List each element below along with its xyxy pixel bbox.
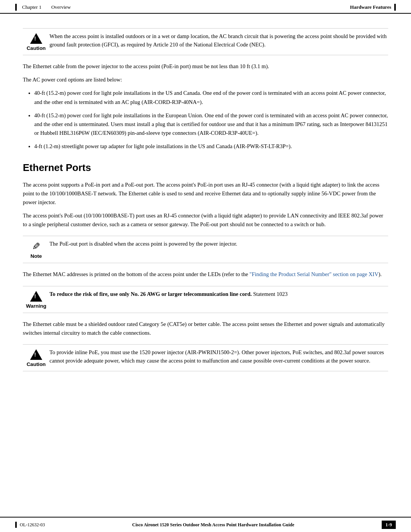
doc-number: OL-12632-03 bbox=[20, 522, 45, 528]
note-block: ✎ Note The PoE-out port is disabled when… bbox=[23, 236, 388, 263]
paragraph-5-prefix: The Ethernet MAC addresses is printed on… bbox=[23, 271, 250, 277]
footer-center: Cisco Aironet 1520 Series Outdoor Mesh A… bbox=[132, 522, 294, 528]
main-content: Caution When the access point is install… bbox=[0, 14, 411, 401]
warning-text: To reduce the risk of fire, use only No.… bbox=[49, 290, 388, 299]
caution-1-icon-area: Caution bbox=[23, 32, 49, 51]
note-label: Note bbox=[30, 253, 42, 259]
list-item: 4-ft (1.2-m) streetlight power tap adapt… bbox=[34, 142, 388, 151]
list-item: 40-ft (15.2-m) power cord for light pole… bbox=[34, 89, 388, 106]
caution-2-label: Caution bbox=[27, 361, 46, 367]
footer-bar-left bbox=[15, 522, 17, 528]
warning-text-bold: To reduce the risk of fire, use only No.… bbox=[49, 291, 252, 297]
product-serial-number-link[interactable]: "Finding the Product Serial Number" sect… bbox=[250, 271, 379, 277]
warning-text-normal: Statement 1023 bbox=[252, 291, 288, 297]
warning-block: Warning To reduce the risk of fire, use … bbox=[23, 286, 388, 313]
header-left: Chapter 1 Overview bbox=[15, 4, 71, 11]
warning-label: Warning bbox=[26, 303, 46, 309]
caution-1-block: Caution When the access point is install… bbox=[23, 28, 388, 55]
header-right: Hardware Features bbox=[350, 4, 396, 11]
caution-2-icon-area: Caution bbox=[23, 348, 49, 367]
note-icon-area: ✎ Note bbox=[23, 240, 49, 259]
header-bar-left bbox=[15, 4, 17, 11]
paragraph-6: The Ethernet cable must be a shielded ou… bbox=[23, 320, 388, 337]
page-number: 1-9 bbox=[382, 521, 396, 529]
caution-2-block: Caution To provide inline PoE, you must … bbox=[23, 344, 388, 371]
bullet-list: 40-ft (15.2-m) power cord for light pole… bbox=[34, 89, 388, 151]
caution-1-label: Caution bbox=[27, 45, 46, 51]
paragraph-1: The Ethernet cable from the power inject… bbox=[23, 62, 388, 71]
footer-left: OL-12632-03 bbox=[15, 522, 45, 528]
page-footer: OL-12632-03 Cisco Aironet 1520 Series Ou… bbox=[0, 517, 411, 532]
paragraph-5-suffix: ). bbox=[378, 271, 381, 277]
paragraph-5: The Ethernet MAC addresses is printed on… bbox=[23, 270, 388, 279]
note-pencil-icon: ✎ bbox=[32, 241, 40, 252]
paragraph-3: The access point supports a PoE-in port … bbox=[23, 181, 388, 207]
list-item: 40-ft (15.2-m) power cord for light pole… bbox=[34, 111, 388, 138]
page: Chapter 1 Overview Hardware Features Cau… bbox=[0, 0, 411, 532]
warning-triangle-icon bbox=[30, 291, 42, 302]
caution-2-triangle-icon bbox=[30, 349, 42, 360]
paragraph-2: The AC power cord options are listed bel… bbox=[23, 75, 388, 84]
paragraph-4: The access point's PoE-out (10/100/1000B… bbox=[23, 211, 388, 229]
header-bar-right bbox=[394, 4, 396, 11]
caution-1-triangle-icon bbox=[30, 33, 42, 44]
footer-right: 1-9 bbox=[382, 521, 396, 529]
section-label: Overview bbox=[51, 4, 71, 10]
hardware-features-label: Hardware Features bbox=[350, 4, 391, 10]
note-text: The PoE-out port is disabled when the ac… bbox=[49, 240, 388, 248]
caution-1-text: When the access point is installed outdo… bbox=[49, 32, 388, 49]
section-heading-ethernet-ports: Ethernet Ports bbox=[23, 162, 388, 174]
page-header: Chapter 1 Overview Hardware Features bbox=[0, 0, 411, 14]
caution-2-text: To provide inline PoE, you must use the … bbox=[49, 348, 388, 365]
chapter-label: Chapter 1 bbox=[22, 4, 41, 10]
warning-icon-area: Warning bbox=[23, 290, 49, 309]
